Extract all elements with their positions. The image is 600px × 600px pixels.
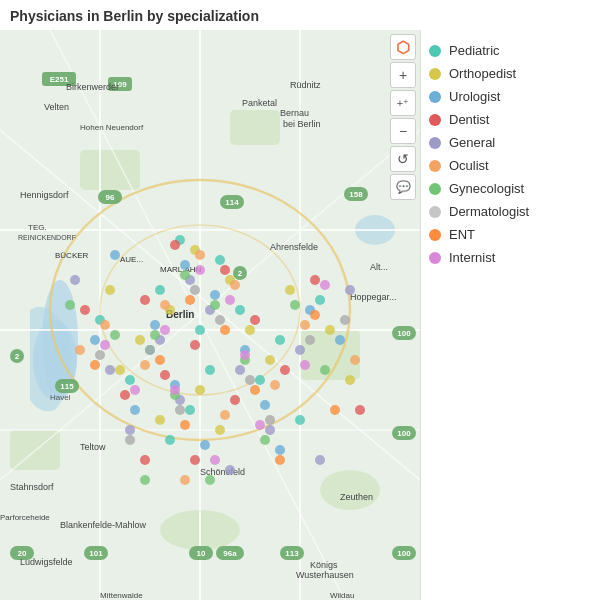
svg-point-141 <box>235 365 245 375</box>
svg-text:100: 100 <box>397 329 411 338</box>
svg-point-133 <box>310 275 320 285</box>
legend-item-orthopedist: Orthopedist <box>429 63 592 84</box>
oculist-label: Oculist <box>449 158 489 173</box>
svg-point-160 <box>75 345 85 355</box>
legend-item-general: General <box>429 132 592 153</box>
svg-point-201 <box>130 385 140 395</box>
map-toolbar: ⬡ + +⁺ − ↺ 💬 <box>390 34 416 200</box>
svg-text:115: 115 <box>60 382 74 391</box>
svg-point-90 <box>255 375 265 385</box>
legend-item-internist: Internist <box>429 247 592 268</box>
legend-item-dermatologist: Dermatologist <box>429 201 592 222</box>
svg-point-176 <box>145 345 155 355</box>
svg-point-197 <box>170 385 180 395</box>
svg-point-123 <box>275 445 285 455</box>
legend-item-dentist: Dentist <box>429 109 592 130</box>
svg-point-128 <box>190 340 200 350</box>
svg-text:Hennigsdorf: Hennigsdorf <box>20 190 69 200</box>
svg-point-148 <box>70 275 80 285</box>
svg-point-153 <box>160 300 170 310</box>
svg-text:Birkenwerder: Birkenwerder <box>66 82 119 92</box>
svg-text:Wildau: Wildau <box>330 591 354 600</box>
page-container: Physicians in Berlin by specialization <box>0 0 600 600</box>
svg-point-172 <box>205 475 215 485</box>
svg-point-9 <box>320 470 380 510</box>
svg-point-199 <box>100 340 110 350</box>
svg-point-161 <box>180 475 190 485</box>
svg-point-198 <box>300 360 310 370</box>
svg-rect-5 <box>230 110 280 145</box>
zoom-in-plus-button[interactable]: +⁺ <box>390 90 416 116</box>
svg-point-105 <box>195 385 205 395</box>
svg-text:2: 2 <box>15 352 20 361</box>
map-svg: E251 109 96 114 158 100 100 115 2 2 <box>0 30 420 600</box>
zoom-in-button[interactable]: + <box>390 62 416 88</box>
svg-text:96a: 96a <box>223 549 237 558</box>
svg-point-158 <box>220 410 230 420</box>
legend-item-ent: ENT <box>429 224 592 245</box>
svg-point-88 <box>275 335 285 345</box>
svg-point-131 <box>120 390 130 400</box>
svg-point-159 <box>350 355 360 365</box>
map-container[interactable]: E251 109 96 114 158 100 100 115 2 2 <box>0 30 420 600</box>
svg-point-110 <box>345 375 355 385</box>
internist-label: Internist <box>449 250 495 265</box>
svg-point-145 <box>265 425 275 435</box>
svg-text:Panketal: Panketal <box>242 98 277 108</box>
svg-point-101 <box>135 335 145 345</box>
svg-point-130 <box>280 365 290 375</box>
svg-point-202 <box>320 280 330 290</box>
pediatric-label: Pediatric <box>449 43 500 58</box>
svg-point-120 <box>200 440 210 450</box>
svg-point-175 <box>215 315 225 325</box>
ent-dot <box>429 229 441 241</box>
legend-item-gynecologist: Gynecologist <box>429 178 592 199</box>
svg-point-152 <box>230 280 240 290</box>
svg-text:Hoppegar...: Hoppegar... <box>350 292 397 302</box>
svg-text:AUE...: AUE... <box>120 255 143 264</box>
svg-point-167 <box>290 300 300 310</box>
svg-point-83 <box>215 255 225 265</box>
svg-point-150 <box>315 455 325 465</box>
orthopedist-label: Orthopedist <box>449 66 516 81</box>
svg-point-136 <box>355 405 365 415</box>
svg-point-200 <box>255 420 265 430</box>
svg-text:Blankenfelde-Mahlow: Blankenfelde-Mahlow <box>60 520 147 530</box>
svg-text:Königs: Königs <box>310 560 338 570</box>
svg-point-127 <box>250 315 260 325</box>
svg-point-143 <box>295 345 305 355</box>
svg-text:100: 100 <box>397 429 411 438</box>
refresh-button[interactable]: ↺ <box>390 146 416 172</box>
svg-point-106 <box>155 415 165 425</box>
svg-point-190 <box>90 360 100 370</box>
info-button[interactable]: 💬 <box>390 174 416 200</box>
legend-item-urologist: Urologist <box>429 86 592 107</box>
svg-point-193 <box>195 265 205 275</box>
svg-text:158: 158 <box>349 190 363 199</box>
main-area: E251 109 96 114 158 100 100 115 2 2 <box>0 30 600 600</box>
oculist-dot <box>429 160 441 172</box>
svg-text:2: 2 <box>238 269 243 278</box>
svg-point-180 <box>95 350 105 360</box>
gynecologist-dot <box>429 183 441 195</box>
svg-text:Rüdnitz: Rüdnitz <box>290 80 321 90</box>
svg-point-108 <box>105 285 115 295</box>
svg-text:Wusterhausen: Wusterhausen <box>296 570 354 580</box>
svg-point-203 <box>210 455 220 465</box>
svg-text:Schönefeld: Schönefeld <box>200 467 245 477</box>
svg-point-85 <box>235 305 245 315</box>
svg-text:101: 101 <box>89 549 103 558</box>
svg-point-149 <box>225 465 235 475</box>
svg-text:Ahrensfelde: Ahrensfelde <box>270 242 318 252</box>
svg-point-122 <box>110 250 120 260</box>
svg-point-125 <box>220 265 230 275</box>
svg-point-192 <box>330 405 340 415</box>
zoom-out-button[interactable]: − <box>390 118 416 144</box>
svg-text:Zeuthen: Zeuthen <box>340 492 373 502</box>
svg-rect-4 <box>80 150 140 190</box>
logo-button[interactable]: ⬡ <box>390 34 416 60</box>
svg-point-154 <box>140 360 150 370</box>
svg-text:BÜCKER: BÜCKER <box>55 251 89 260</box>
dentist-label: Dentist <box>449 112 489 127</box>
svg-point-170 <box>320 365 330 375</box>
